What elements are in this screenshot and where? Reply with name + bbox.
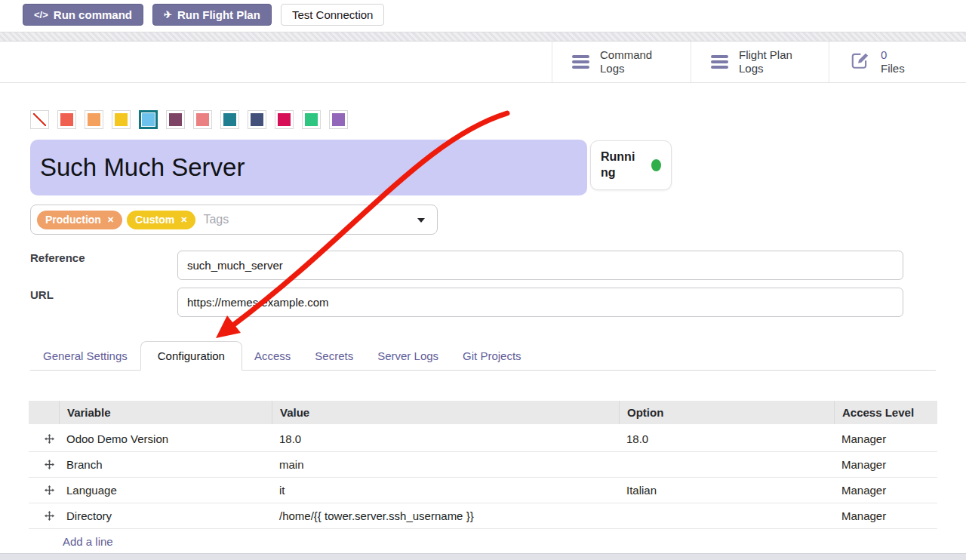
cell-access[interactable]: Manager: [834, 452, 937, 477]
server-form-page: </> Run command ✈ Run Flight Plan Test C…: [0, 0, 966, 560]
server-name-input[interactable]: Such Much Server: [30, 140, 587, 195]
bottom-divider-strip: [0, 553, 966, 560]
list-icon: [572, 55, 589, 69]
tab-access[interactable]: Access: [242, 341, 303, 370]
status-label: Running: [601, 149, 641, 181]
drag-handle-icon[interactable]: [29, 478, 59, 503]
files-stat-text: 0 Files: [881, 48, 905, 76]
table-header-row: Variable Value Option Access Level: [29, 401, 937, 424]
cell-access[interactable]: Manager: [834, 478, 937, 503]
run-command-label: Run command: [54, 8, 132, 21]
cell-value[interactable]: main: [272, 452, 619, 477]
tags-input[interactable]: Production ✕ Custom ✕ Tags: [30, 205, 438, 235]
panel-divider-strip: [0, 32, 966, 42]
cell-option[interactable]: [619, 503, 834, 528]
table-row[interactable]: Odoo Demo Version 18.0 18.0 Manager: [29, 426, 937, 452]
list-icon: [711, 55, 728, 69]
color-swatch-purple[interactable]: [329, 110, 348, 129]
url-input[interactable]: https://memes.example.com: [177, 288, 903, 317]
flight-plan-logs-label: Flight Plan Logs: [739, 48, 808, 76]
test-connection-button[interactable]: Test Connection: [281, 4, 385, 26]
url-label: URL: [30, 288, 54, 301]
tag-pill-production: Production ✕: [37, 211, 122, 229]
reference-input[interactable]: such_much_server: [177, 251, 903, 280]
table-row[interactable]: Directory /home/{{ tower.server.ssh_user…: [29, 503, 937, 529]
code-icon: </>: [34, 9, 48, 20]
color-swatch-green[interactable]: [302, 110, 321, 129]
chevron-down-icon[interactable]: [417, 218, 425, 223]
cell-option[interactable]: 18.0: [619, 426, 834, 451]
run-flight-plan-button[interactable]: ✈ Run Flight Plan: [152, 4, 272, 26]
tags-placeholder: Tags: [203, 213, 229, 226]
tag-pill-custom: Custom ✕: [127, 211, 195, 229]
add-a-line-link[interactable]: Add a line: [63, 535, 113, 548]
cell-variable[interactable]: Language: [59, 478, 272, 503]
tab-configuration[interactable]: Configuration: [140, 341, 242, 371]
tab-server-logs[interactable]: Server Logs: [365, 341, 451, 370]
drag-handle-icon[interactable]: [29, 452, 59, 477]
cell-variable[interactable]: Branch: [59, 452, 272, 477]
drag-handle-icon[interactable]: [29, 426, 59, 451]
cell-access[interactable]: Manager: [834, 426, 937, 451]
color-swatch-dark-blue[interactable]: [248, 110, 266, 129]
tab-general-settings[interactable]: General Settings: [30, 341, 140, 370]
cell-value[interactable]: 18.0: [272, 426, 619, 451]
color-swatch-orange[interactable]: [85, 110, 103, 129]
tab-secrets[interactable]: Secrets: [303, 341, 365, 370]
configuration-table: Variable Value Option Access Level Odoo …: [29, 401, 937, 554]
table-row[interactable]: Branch main Manager: [29, 452, 937, 478]
tag-label: Production: [45, 214, 101, 226]
stat-button-bar: Command Logs Flight Plan Logs 0 Files: [0, 42, 966, 83]
status-badge: Running: [590, 140, 672, 190]
cell-value[interactable]: /home/{{ tower.server.ssh_username }}: [272, 503, 619, 528]
no-color-icon: [33, 113, 46, 126]
cell-option[interactable]: [619, 452, 834, 477]
header-handle-col: [29, 401, 59, 424]
test-connection-label: Test Connection: [292, 8, 374, 21]
color-swatch-light-blue-selected[interactable]: [139, 110, 158, 129]
flight-plan-logs-stat-button[interactable]: Flight Plan Logs: [691, 42, 829, 82]
remove-tag-icon[interactable]: ✕: [107, 215, 114, 225]
header-option: Option: [619, 401, 834, 424]
cell-value[interactable]: it: [272, 478, 619, 503]
reference-label: Reference: [30, 251, 85, 264]
notebook-tabs: General Settings Configuration Access Se…: [30, 341, 936, 371]
action-button-bar: </> Run command ✈ Run Flight Plan Test C…: [0, 0, 966, 30]
cell-option[interactable]: Italian: [619, 478, 834, 503]
tab-git-projects[interactable]: Git Projects: [451, 341, 534, 370]
tag-label: Custom: [135, 214, 174, 226]
color-swatch-teal[interactable]: [220, 110, 239, 129]
run-command-button[interactable]: </> Run command: [23, 4, 143, 26]
color-swatch-dark-purple[interactable]: [166, 110, 185, 129]
command-logs-label: Command Logs: [600, 48, 669, 76]
files-count: 0: [881, 48, 905, 62]
cell-access[interactable]: Manager: [834, 503, 937, 528]
remove-tag-icon[interactable]: ✕: [180, 215, 187, 225]
plane-icon: ✈: [164, 9, 172, 20]
color-swatch-salmon[interactable]: [193, 110, 212, 129]
table-row[interactable]: Language it Italian Manager: [29, 478, 937, 503]
edit-square-icon: [849, 51, 870, 73]
add-line-row: Add a line: [29, 529, 937, 554]
files-stat-button[interactable]: 0 Files: [829, 42, 966, 82]
color-swatch-yellow[interactable]: [112, 110, 131, 129]
color-palette: [30, 110, 348, 129]
header-access-level: Access Level: [834, 401, 937, 424]
status-running-dot: [651, 159, 661, 171]
cell-variable[interactable]: Odoo Demo Version: [59, 426, 272, 451]
run-flight-plan-label: Run Flight Plan: [177, 8, 260, 21]
command-logs-stat-button[interactable]: Command Logs: [552, 42, 691, 82]
color-swatch-none[interactable]: [30, 110, 49, 129]
cell-variable[interactable]: Directory: [59, 503, 272, 528]
files-label: Files: [881, 62, 905, 75]
drag-handle-icon[interactable]: [29, 503, 59, 528]
table-body: Odoo Demo Version 18.0 18.0 Manager Bran…: [29, 426, 937, 554]
color-swatch-red[interactable]: [57, 110, 76, 129]
color-swatch-magenta[interactable]: [275, 110, 294, 129]
header-variable: Variable: [59, 401, 272, 424]
header-value: Value: [272, 401, 619, 424]
